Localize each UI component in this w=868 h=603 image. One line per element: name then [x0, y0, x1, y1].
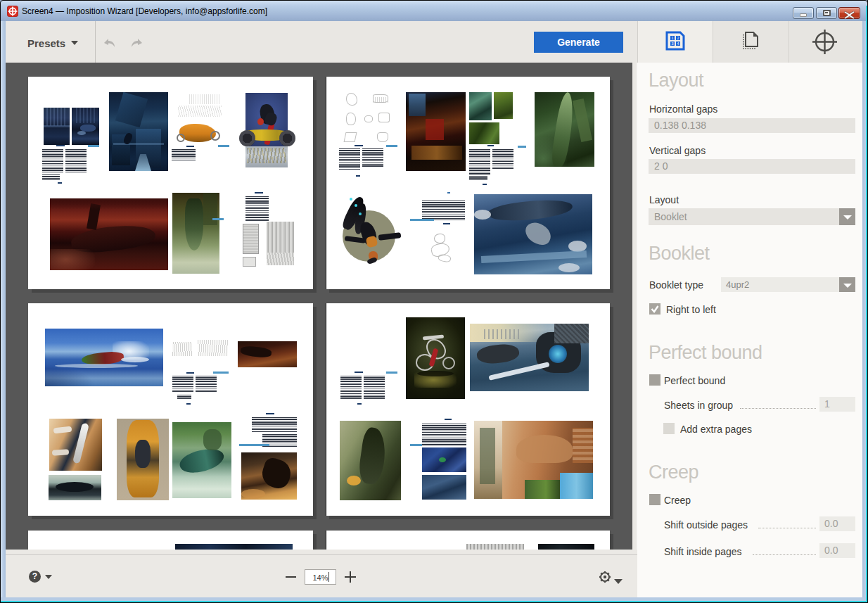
svg-text:3: 3	[671, 42, 673, 46]
svg-text:4: 4	[677, 42, 679, 46]
svg-text:2: 2	[677, 36, 679, 40]
svg-text:1: 1	[671, 36, 673, 40]
